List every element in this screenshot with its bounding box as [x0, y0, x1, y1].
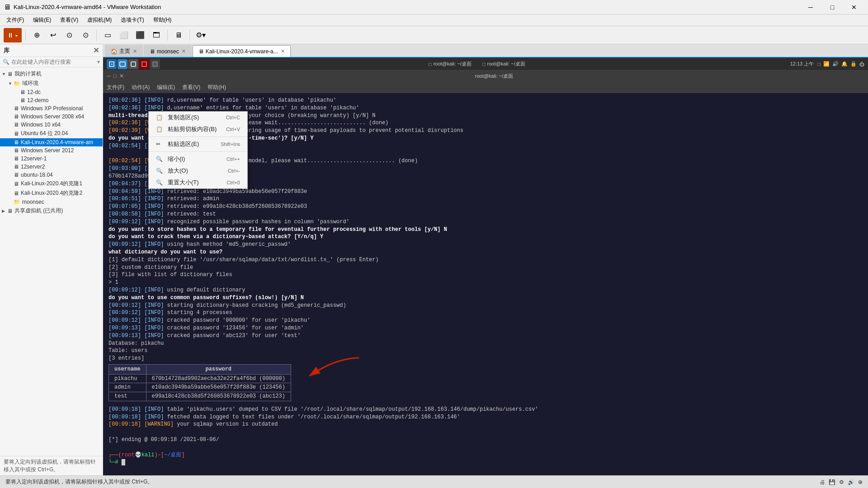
- sidebar-item-kali-main[interactable]: 🖥 Kali-Linux-2020.4-vmware-am: [0, 138, 103, 146]
- sidebar-item-win10[interactable]: 🖥 Windows 10 x64: [0, 121, 103, 129]
- sidebar-item-kali-clone1[interactable]: 🖥 Kali-Linux-2020.4的克隆1: [0, 179, 103, 188]
- tab-home[interactable]: 🏠 主页 ✕: [105, 45, 143, 57]
- vm-menu-file[interactable]: 文件(F): [107, 84, 124, 91]
- tree-icon-moonsec: 📁: [14, 199, 20, 205]
- sidebar-item-domain-env[interactable]: ▼ 📁 域环境: [0, 79, 103, 88]
- sidebar-item-kali-clone2[interactable]: 🖥 Kali-Linux-2020.4的克隆2: [0, 188, 103, 198]
- sidebar-item-win2008[interactable]: 🖥 Windows Server 2008 x64: [0, 113, 103, 121]
- vm-icon-power[interactable]: ⏻: [859, 61, 864, 67]
- terminal-maximize-btn[interactable]: □: [113, 73, 117, 79]
- menu-tab[interactable]: 选项卡(T): [116, 15, 148, 25]
- search-input[interactable]: [11, 59, 97, 65]
- tab-home-close[interactable]: ✕: [133, 48, 137, 54]
- search-dropdown-icon[interactable]: ▾: [97, 59, 100, 65]
- vm-icon-window[interactable]: □: [817, 61, 821, 67]
- context-zoom-in[interactable]: 🔍 放大(O) Ctrl+-: [149, 165, 247, 177]
- toolbar-btn-8[interactable]: 🗔: [149, 28, 164, 42]
- vm-header-icon-4[interactable]: [139, 59, 149, 69]
- terminal-line-19: do you want to crack them via a dictiona…: [108, 233, 863, 241]
- menu-edit[interactable]: 编辑(E): [28, 15, 56, 25]
- sidebar-item-12server2[interactable]: 🖥 12server2: [0, 163, 103, 171]
- sidebar-item-my-computer[interactable]: ▼ 🖥 我的计算机: [0, 69, 103, 79]
- sidebar-item-ubuntu64[interactable]: 🖥 Ubuntu 64 位 20.04: [0, 129, 103, 138]
- tab-kali-close[interactable]: ✕: [281, 48, 285, 54]
- vm-header-icon-2[interactable]: [118, 59, 127, 69]
- terminal-titlebar: ─ □ ✕ root@kali: ~/桌面: [103, 70, 868, 81]
- context-reset-size[interactable]: 🔍 重置大小(T) Ctrl+0: [149, 177, 247, 188]
- sidebar-item-shared-vms[interactable]: ▶ 🖥 共享虚拟机 (已共用): [0, 206, 103, 216]
- maximize-button[interactable]: □: [822, 0, 843, 14]
- vm-icon-lock[interactable]: 🔒: [850, 61, 857, 67]
- pause-button[interactable]: ⏸ ▾: [4, 28, 22, 42]
- tree-expand-domain-env[interactable]: ▼: [8, 81, 14, 86]
- toolbar-btn-4[interactable]: ⊙: [78, 28, 93, 42]
- toolbar-btn-7[interactable]: ⬛: [133, 28, 147, 42]
- context-copy[interactable]: 📋 复制选区(S) Ctrl+C: [149, 112, 247, 123]
- context-menu-wrapper: 📋 复制选区(S) Ctrl+C 📋 粘贴剪切板内容(B) Ctrl+V ✂ 粘…: [103, 93, 868, 475]
- tree-expand-shared-vms[interactable]: ▶: [2, 209, 7, 213]
- vm-header-icon-1[interactable]: [107, 59, 117, 69]
- menu-view[interactable]: 查看(V): [56, 15, 83, 25]
- menu-file[interactable]: 文件(F): [2, 15, 28, 25]
- sidebar-item-12-dc[interactable]: 🖥 12-dc: [0, 88, 103, 96]
- status-icon-volume[interactable]: 🔊: [848, 479, 854, 485]
- sidebar-close-button[interactable]: ✕: [93, 46, 99, 55]
- toolbar-btn-9[interactable]: 🖥: [171, 28, 186, 42]
- sidebar-item-win2012[interactable]: 🖥 Windows Server 2012: [0, 146, 103, 155]
- vm-menu-edit[interactable]: 编辑(E): [157, 84, 175, 91]
- tree-expand-my-computer[interactable]: ▼: [2, 72, 7, 76]
- vm-menu-view[interactable]: 查看(V): [182, 84, 200, 91]
- toolbar: ⏸ ▾ ⊕ ↩ ⊙ ⊙ ▭ ⬜ ⬛ 🗔 🖥 ⚙▾: [0, 26, 868, 44]
- tab-moonsec-close[interactable]: ✕: [182, 48, 186, 54]
- context-zoom-out-shortcut: Ctrl++: [226, 156, 240, 162]
- terminal-post-6: [108, 444, 863, 451]
- menu-help[interactable]: 帮助(H): [149, 15, 176, 25]
- toolbar-btn-10[interactable]: ⚙▾: [193, 28, 208, 42]
- toolbar-btn-2[interactable]: ↩: [46, 28, 60, 42]
- toolbar-btn-1[interactable]: ⊕: [29, 28, 44, 42]
- close-button[interactable]: ✕: [844, 0, 864, 14]
- status-icon-settings[interactable]: ⚙: [839, 479, 844, 485]
- terminal-close-btn[interactable]: ✕: [119, 73, 124, 79]
- title-bar: 🖥 Kali-Linux-2020.4-vmware-amd64 - VMwar…: [0, 0, 868, 14]
- context-paste-clip[interactable]: 📋 粘贴剪切板内容(B) Ctrl+V: [149, 123, 247, 135]
- toolbar-separator-2: [96, 30, 97, 41]
- tab-moonsec[interactable]: 🖥 moonsec ✕: [144, 45, 192, 57]
- tree-label-12-demo: 12-demo: [27, 97, 48, 103]
- sidebar-item-moonsec[interactable]: 📁 moonsec: [0, 198, 103, 206]
- status-icon-print[interactable]: 🖨: [820, 479, 825, 485]
- vm-icon-volume[interactable]: 🔊: [832, 61, 839, 67]
- terminal-titlebar-text: root@kali: ~/桌面: [124, 73, 864, 80]
- status-icon-storage[interactable]: 💾: [829, 479, 835, 485]
- vm-tab-2-label: root@kali: ~/桌面: [487, 61, 525, 67]
- vm-header-icon-3[interactable]: [128, 59, 138, 69]
- minimize-button[interactable]: ─: [800, 0, 821, 14]
- vm-tab-2[interactable]: □ root@kali: ~/桌面: [478, 60, 530, 68]
- status-icon-add[interactable]: ⊕: [858, 479, 863, 485]
- toolbar-btn-5[interactable]: ▭: [100, 28, 115, 42]
- table-cell-password-2: e10adc3949ba59abbe56e057f20f883e (123456…: [146, 383, 291, 392]
- menu-vm[interactable]: 虚拟机(M): [83, 15, 116, 25]
- toolbar-btn-6[interactable]: ⬜: [117, 28, 131, 42]
- tab-kali[interactable]: 🖥 Kali-Linux-2020.4-vmware-a... ✕: [193, 45, 291, 57]
- sidebar-item-winxp[interactable]: 🖥 Windows XP Professional: [0, 104, 103, 113]
- context-zoom-out[interactable]: 🔍 缩小(I) Ctrl++: [149, 153, 247, 165]
- sidebar-item-ubuntu1804[interactable]: 🖥 ubuntu-18.04: [0, 171, 103, 179]
- context-paste-sel[interactable]: ✂ 粘贴选区(E) Shift+Ins: [149, 138, 247, 150]
- vm-icon-bell[interactable]: 🔔: [841, 61, 848, 67]
- sidebar-item-12server1[interactable]: 🖥 12server-1: [0, 155, 103, 163]
- terminal-prompt: ┌──(root💀kali)-[~/桌面]: [108, 452, 185, 458]
- tree-icon-kali-main: 🖥: [14, 139, 19, 145]
- context-paste-sel-shortcut: Shift+Ins: [221, 141, 240, 147]
- toolbar-btn-3[interactable]: ⊙: [62, 28, 76, 42]
- vm-menu-help[interactable]: 帮助(H): [208, 84, 226, 91]
- sidebar-item-12-demo[interactable]: 🖥 12-demo: [0, 96, 103, 104]
- vm-header-icon-5[interactable]: [150, 59, 160, 69]
- vm-content: □ root@kali: ~/桌面 □ root@kali: ~/桌面 12:1…: [103, 58, 868, 475]
- vm-menu-action[interactable]: 动作(A): [132, 84, 150, 91]
- context-reset-size-shortcut: Ctrl+0: [226, 180, 240, 185]
- terminal-minimize-btn[interactable]: ─: [107, 73, 111, 79]
- vm-icon-network[interactable]: 📶: [823, 61, 830, 67]
- context-sep-1: [149, 136, 247, 137]
- vm-tab-1[interactable]: □ root@kali: ~/桌面: [424, 60, 476, 68]
